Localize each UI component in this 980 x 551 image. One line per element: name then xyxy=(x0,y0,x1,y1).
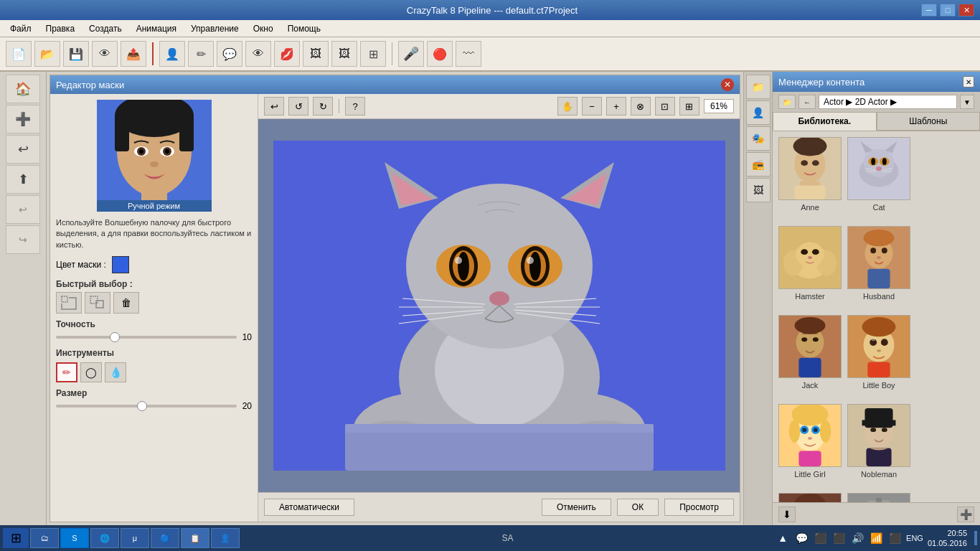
content-add-btn[interactable]: ➕ xyxy=(957,507,974,522)
close-window-button[interactable]: ✕ xyxy=(958,4,974,17)
content-manager-close[interactable]: ✕ xyxy=(963,76,974,88)
tab-templates[interactable]: Шаблоны xyxy=(877,112,981,131)
canvas-zoom-out[interactable]: − xyxy=(582,97,602,116)
sidebar-home[interactable]: 🏠 xyxy=(6,75,40,103)
taskbar-crazytalk[interactable]: 👤 xyxy=(211,528,240,548)
toolbar-save[interactable]: 💾 xyxy=(63,41,89,67)
toolbar-image[interactable]: 🖼 xyxy=(303,41,329,67)
content-item-robot[interactable] xyxy=(847,493,910,502)
toolbar-open[interactable]: 📂 xyxy=(34,41,60,67)
cancel-button[interactable]: Отменить xyxy=(542,499,611,516)
content-download-btn[interactable]: ⬇ xyxy=(778,507,796,522)
panel-folder[interactable]: 📁 xyxy=(746,75,771,99)
content-item-little-girl[interactable]: Little Girl xyxy=(778,404,842,479)
toolbar-export[interactable]: 📤 xyxy=(121,41,146,67)
tray-volume[interactable]: 🔊 xyxy=(850,531,864,545)
menu-help[interactable]: Помощь xyxy=(281,22,328,35)
tray-icon3[interactable]: ⬛ xyxy=(887,531,902,545)
content-item-anne[interactable]: Anne xyxy=(778,137,842,212)
menu-window[interactable]: Окно xyxy=(246,22,281,35)
quick-select-section: Быстрый выбор : 🗑 xyxy=(56,279,252,314)
nav-folder-btn[interactable]: 📁 xyxy=(778,95,796,109)
taskbar-chrome[interactable]: 🔵 xyxy=(151,528,179,548)
sidebar-add[interactable]: ➕ xyxy=(6,105,40,133)
tray-whatsapp[interactable]: 💬 xyxy=(794,531,809,545)
tray-icon2[interactable]: ⬛ xyxy=(831,531,846,545)
mask-editor-close-button[interactable]: ✕ xyxy=(721,78,734,91)
tool-eraser[interactable]: ◯ xyxy=(80,362,102,382)
canvas-viewport[interactable] xyxy=(258,119,740,492)
taskbar-skype[interactable]: S xyxy=(60,528,89,548)
canvas-undo2[interactable]: ↺ xyxy=(288,97,308,116)
ok-button[interactable]: ОК xyxy=(617,499,659,516)
toolbar-wave[interactable]: 〰 xyxy=(456,41,481,67)
tray-expand[interactable]: ▲ xyxy=(776,531,790,545)
toolbar-fire[interactable]: 🔴 xyxy=(427,41,453,67)
toolbar-speech[interactable]: 💬 xyxy=(217,41,242,67)
content-item-little-boy[interactable]: Little Boy xyxy=(847,315,910,390)
toolbar-view[interactable]: 👁 xyxy=(92,41,118,67)
taskbar-utorrent[interactable]: μ xyxy=(121,528,149,548)
toolbar-new[interactable]: 📄 xyxy=(6,41,32,67)
preview-button[interactable]: Просмотр xyxy=(664,499,734,516)
taskbar-file-manager[interactable]: 🗂 xyxy=(30,528,59,548)
sidebar-undo[interactable]: ↩ xyxy=(6,195,40,224)
menu-create[interactable]: Создать xyxy=(82,22,129,35)
size-slider[interactable] xyxy=(56,405,237,408)
menu-animation[interactable]: Анимация xyxy=(129,22,184,35)
menu-control[interactable]: Управление xyxy=(184,22,246,35)
tray-icon1[interactable]: ⬛ xyxy=(813,531,827,545)
sidebar-rotate-left[interactable]: ↩ xyxy=(6,135,40,164)
mask-color-swatch[interactable] xyxy=(112,256,129,273)
canvas-zoom-in[interactable]: + xyxy=(606,97,626,116)
taskbar-ie[interactable]: 🌐 xyxy=(90,528,119,548)
tab-library[interactable]: Библиотека. xyxy=(773,112,877,131)
toolbar-image2[interactable]: 🖼 xyxy=(331,41,357,67)
canvas-redo[interactable]: ↻ xyxy=(313,97,333,116)
toolbar-actor[interactable]: 👤 xyxy=(159,41,185,67)
qs-btn-intersect[interactable] xyxy=(85,292,110,314)
canvas-fit[interactable]: ⊡ xyxy=(655,97,675,116)
nav-back-btn[interactable]: ← xyxy=(798,95,816,109)
content-item-jack[interactable]: Jack xyxy=(778,315,842,390)
canvas-undo[interactable]: ↩ xyxy=(264,97,284,116)
menu-edit[interactable]: Правка xyxy=(39,22,83,35)
panel-image[interactable]: 🖼 xyxy=(746,178,771,202)
content-item-cat[interactable]: Cat xyxy=(847,137,910,212)
toolbar-grid[interactable]: ⊞ xyxy=(360,41,386,67)
content-item-nobleman[interactable]: Nobleman xyxy=(847,404,910,479)
auto-button[interactable]: Автоматически xyxy=(264,499,354,516)
qs-btn-delete[interactable]: 🗑 xyxy=(113,292,139,314)
tray-show-desktop[interactable] xyxy=(974,531,977,545)
tray-network[interactable]: 📶 xyxy=(869,531,883,545)
toolbar-draw[interactable]: ✏ xyxy=(188,41,214,67)
content-item-husband[interactable]: Husband xyxy=(847,226,910,301)
sidebar-redo[interactable]: ↪ xyxy=(6,225,40,254)
svg-point-69 xyxy=(864,149,895,177)
menu-file[interactable]: Файл xyxy=(3,22,39,35)
tool-fill[interactable]: 💧 xyxy=(105,362,126,382)
canvas-help[interactable]: ? xyxy=(345,97,365,116)
canvas-zoom-reset[interactable]: ⊗ xyxy=(631,97,651,116)
toolbar-record[interactable]: 🎤 xyxy=(398,41,424,67)
toolbar-eye[interactable]: 👁 xyxy=(245,41,271,67)
panel-audio[interactable]: 📻 xyxy=(746,152,771,176)
size-thumb[interactable] xyxy=(137,401,147,411)
sidebar-up[interactable]: ⬆ xyxy=(6,165,40,194)
start-button[interactable]: ⊞ xyxy=(3,528,29,548)
canvas-hand[interactable]: ✋ xyxy=(557,97,578,116)
panel-actor[interactable]: 👤 xyxy=(746,100,771,125)
content-item-more1[interactable] xyxy=(778,493,842,502)
canvas-frame[interactable]: ⊞ xyxy=(679,97,699,116)
accuracy-thumb[interactable] xyxy=(110,332,120,342)
maximize-button[interactable]: □ xyxy=(940,4,956,17)
accuracy-slider[interactable] xyxy=(56,336,237,339)
panel-mask[interactable]: 🎭 xyxy=(746,126,771,151)
toolbar-mouth[interactable]: 💋 xyxy=(274,41,300,67)
nav-expand-btn[interactable]: ▼ xyxy=(960,95,974,109)
tool-brush[interactable]: ✏ xyxy=(56,362,77,382)
qs-btn-select[interactable] xyxy=(56,292,82,314)
content-item-hamster[interactable]: Hamster xyxy=(778,226,842,301)
taskbar-app1[interactable]: 📋 xyxy=(181,528,209,548)
minimize-button[interactable]: ─ xyxy=(921,4,937,17)
